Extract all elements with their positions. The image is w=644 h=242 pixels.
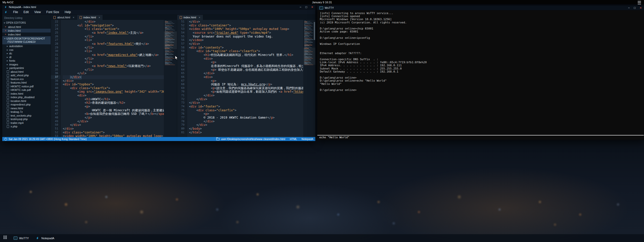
tab-close-icon[interactable]: × — [199, 16, 200, 19]
tree-folder[interactable]: ▸ fonts — [2, 59, 51, 63]
terminal-line: Ethernet adapter ?A?????: — [320, 52, 641, 55]
line-number: 29 — [51, 46, 60, 50]
code-line: <a href="mapredirect.php">網上地圖</a> — [63, 53, 164, 57]
open-editor-item[interactable]: × index.html — [2, 32, 51, 36]
terminal-line: Active code page: 65001 — [320, 30, 641, 33]
terminal-input[interactable]: echo "Hello World" — [317, 135, 644, 140]
editor-tab[interactable]: about.html × — [51, 15, 77, 20]
code-line: <div id="tagline" class="clearfix"> — [189, 49, 303, 53]
terminal-line: Microsoft Windows [Version 10.0.18363.12… — [320, 18, 641, 21]
code-line: <video width="100%" height="500px" autop… — [63, 134, 164, 137]
minimize-icon[interactable]: − — [300, 6, 301, 9]
minimize-icon[interactable]: − — [628, 6, 630, 9]
tree-folder[interactable]: ▸ autostation — [2, 44, 51, 48]
code-line: </div> — [189, 72, 303, 75]
code-line: <a href="news.html">玩家傳送門</a> — [63, 64, 164, 68]
tree-file[interactable]: about.html — [2, 70, 51, 74]
code-line: </div> — [189, 20, 303, 24]
chevron-right-icon: ▸ — [7, 45, 8, 47]
tree-folder[interactable]: ▸ dl — [2, 55, 51, 59]
close-editor-icon[interactable]: × — [5, 29, 6, 32]
terminal-line — [320, 40, 641, 43]
tree-folder[interactable]: ▸ dc — [2, 52, 51, 55]
line-number: 79 — [177, 123, 187, 127]
folder-list: ▸ autostation ▸ css ▸ dc ▸ — [2, 44, 51, 70]
menu-item[interactable]: Help — [62, 10, 74, 15]
code-area[interactable]: </div><div class="container"><video widt… — [187, 20, 303, 137]
tree-file[interactable]: index.php_disabled — [2, 95, 51, 99]
terminal-output[interactable]: [info] Connecting to arozos WsTTY servic… — [317, 10, 644, 135]
close-icon[interactable]: × — [640, 6, 642, 9]
line-number: 25 — [51, 31, 60, 35]
tree-file[interactable]: mapredirect.php — [2, 103, 51, 107]
editor-area: about.html × index.html × 22232425262728… — [51, 15, 315, 137]
editor-tab[interactable]: index.html × — [177, 15, 203, 20]
tree-folder[interactable]: ▸ yamlyamlmi — [2, 66, 51, 70]
terminal-line: Windows IP Configuration — [320, 43, 641, 46]
aroz-brand[interactable]: My ArOZ — [3, 1, 13, 4]
open-editor-item[interactable]: × about.html — [2, 25, 51, 29]
tree-file[interactable]: add_vhost.php — [2, 74, 51, 77]
tree-folder[interactable]: ▸ css — [2, 48, 51, 52]
taskbar: ›_ WsTTY NotepadA — [0, 234, 644, 242]
line-number: 77 — [177, 116, 187, 120]
tree-file[interactable]: HKWTC notice.pdf — [2, 85, 51, 88]
tree-file[interactable]: news.html — [2, 107, 51, 110]
code-line: <p> 即使你不是建築師，你也能透過紅石師或鐵路工程師的身份加入我 — [189, 68, 303, 72]
tree-root[interactable]: ▾USER:/DESKTOP/SCREENSHOT /TEST/WWW CLEA… — [2, 36, 51, 44]
code-line: © 2018 - 2019 HKWTC Animation Gamer</p> — [189, 116, 303, 120]
tree-file[interactable]: HKWTC rule.pdf — [2, 88, 51, 92]
line-number: 72 — [177, 97, 187, 101]
close-editor-icon[interactable]: × — [5, 33, 6, 36]
root-path-line2: /TEST/WWW CLEANED/ — [4, 40, 49, 44]
menu-item[interactable]: Edit — [21, 10, 32, 15]
tree-file[interactable]: trailer.mp4 — [2, 121, 51, 125]
file-name: test_sockets.php — [11, 114, 32, 117]
tree-file[interactable]: index.html — [2, 92, 51, 96]
open-editors-section[interactable]: ▾ OPEN EDITORS — [2, 21, 51, 25]
hamburger-menu-icon[interactable] — [638, 1, 641, 4]
tab-close-icon[interactable]: × — [99, 16, 100, 19]
code-line: <p>請注意，我們的伺服器為確保玩家及遊玩時的質素，我們對的服器開放 — [189, 86, 303, 90]
directory-sidebar: Directory Listing ▾ OPEN EDITORS × about… — [2, 15, 51, 137]
editor-tab[interactable]: index.html × — [77, 15, 103, 20]
tree-folder[interactable]: ▸ images — [2, 63, 51, 66]
line-number: 45 — [51, 105, 60, 109]
tab-label: index.html — [83, 16, 96, 19]
minimap[interactable] — [303, 20, 315, 137]
line-number: 51 — [177, 20, 187, 24]
menu-item[interactable]: View — [32, 10, 44, 15]
file-icon — [7, 99, 9, 102]
notepada-titlebar[interactable]: NotepadA - index.html − □ × — [2, 5, 315, 10]
maximize-icon[interactable]: □ — [305, 6, 307, 9]
line-number: 49 — [51, 120, 60, 123]
line-number: 34 — [51, 64, 60, 68]
minimap[interactable] — [164, 20, 177, 137]
code-area[interactable]: </div> <ul id="navigation"> <li class="a… — [61, 20, 164, 137]
wstty-titlebar[interactable]: ›_ WsTTY − □ × — [317, 6, 644, 10]
line-number: 30 — [51, 49, 60, 53]
app-grid-icon[interactable] — [4, 236, 4, 236]
file-icon — [7, 70, 9, 73]
maximize-icon[interactable]: □ — [634, 6, 636, 9]
menu-item[interactable]: File — [10, 10, 21, 15]
notepada-statusbar: Sat Jan 09 2021 16:29:49 GMT+0800 (Hong … — [2, 137, 315, 141]
tree-file[interactable]: x.php — [2, 125, 51, 128]
open-editor-item[interactable]: × index.html — [2, 29, 51, 32]
close-icon[interactable]: × — [311, 6, 313, 9]
tree-file[interactable]: test_sockets.php — [2, 114, 51, 118]
tree-file[interactable]: testmysql.php — [2, 117, 51, 121]
close-editor-icon[interactable]: × — [5, 25, 6, 28]
menu-item[interactable]: Font Size — [44, 10, 62, 15]
tree-file[interactable]: teabag.7z — [2, 110, 51, 114]
tree-file[interactable]: favicon.ico — [2, 77, 51, 81]
tab-bar: index.html × — [177, 15, 315, 20]
tree-file[interactable]: location.html — [2, 99, 51, 103]
taskbar-item-notepada[interactable]: NotepadA — [32, 234, 58, 242]
scrollbar-thumb[interactable] — [314, 22, 315, 40]
file-icon — [7, 92, 9, 95]
tab-close-icon[interactable]: × — [73, 16, 74, 19]
tree-file[interactable]: features.html — [2, 81, 51, 85]
file-icon — [7, 125, 9, 128]
taskbar-item-wstty[interactable]: ›_ WsTTY — [10, 234, 32, 242]
